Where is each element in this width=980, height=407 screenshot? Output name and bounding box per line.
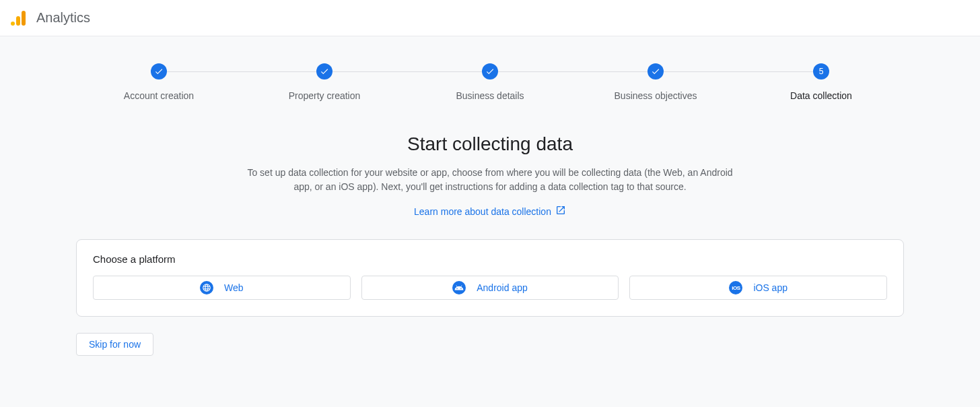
step-label: Account creation <box>124 90 194 101</box>
analytics-logo-icon <box>11 11 26 26</box>
page-title: Start collecting data <box>0 133 980 155</box>
web-icon <box>200 281 213 294</box>
platform-label: Web <box>224 282 244 293</box>
app-title: Analytics <box>36 10 90 26</box>
platform-web-button[interactable]: Web <box>93 276 351 300</box>
stepper: Account creation Property creation Busin… <box>76 63 904 101</box>
platform-android-button[interactable]: Android app <box>361 276 619 300</box>
step-business-objectives: Business objectives <box>573 63 738 101</box>
platform-label: iOS app <box>753 282 788 293</box>
step-label: Property creation <box>289 90 361 101</box>
step-label: Data collection <box>790 90 852 101</box>
step-number-badge: 5 <box>813 63 829 80</box>
step-property-creation: Property creation <box>242 63 407 101</box>
check-icon <box>482 63 498 80</box>
step-account-creation: Account creation <box>76 63 242 101</box>
ios-icon: iOS <box>729 281 742 294</box>
platform-label: Android app <box>477 282 528 293</box>
platform-card: Choose a platform Web Android app iOS iO… <box>76 239 904 317</box>
step-label: Business objectives <box>615 90 697 101</box>
step-data-collection: 5 Data collection <box>738 63 904 101</box>
open-in-new-icon <box>555 205 566 218</box>
android-icon <box>452 281 466 294</box>
check-icon <box>316 63 332 80</box>
learn-more-link[interactable]: Learn more about data collection <box>0 205 980 218</box>
learn-more-text: Learn more about data collection <box>414 206 551 217</box>
app-header: Analytics <box>0 0 980 36</box>
check-icon <box>151 63 167 80</box>
step-label: Business details <box>456 90 524 101</box>
skip-button[interactable]: Skip for now <box>76 333 153 356</box>
step-business-details: Business details <box>407 63 573 101</box>
card-title: Choose a platform <box>93 253 887 265</box>
page-description: To set up data collection for your websi… <box>241 166 739 194</box>
check-icon <box>648 63 664 80</box>
platform-ios-button[interactable]: iOS iOS app <box>629 276 887 300</box>
